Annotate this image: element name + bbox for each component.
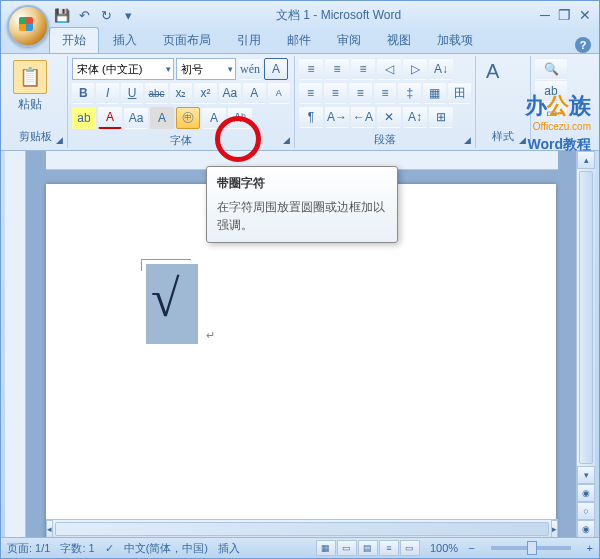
tab-review[interactable]: 审阅	[325, 28, 373, 53]
vertical-scrollbar[interactable]: ▴ ▾ ◉ ○ ◉	[576, 151, 595, 538]
paste-button[interactable]: 📋 粘贴	[7, 58, 53, 115]
status-language[interactable]: 中文(简体，中国)	[124, 541, 208, 556]
highlight-button[interactable]: ab	[72, 107, 96, 129]
tooltip-enclosed-char: 带圈字符 在字符周围放置圆圈或边框加以强调。	[206, 166, 398, 243]
status-proof[interactable]: ✓	[105, 542, 114, 555]
asian-layout-button[interactable]: ✕	[377, 106, 401, 128]
phonetic-guide-button[interactable]: wén	[238, 58, 262, 80]
shrink-font-button[interactable]: A	[268, 82, 290, 104]
close-button[interactable]: ✕	[579, 7, 591, 23]
vscroll-thumb[interactable]	[579, 171, 593, 464]
show-marks-button[interactable]: ¶	[299, 106, 323, 128]
zoom-in-button[interactable]: +	[587, 542, 593, 554]
view-outline[interactable]: ≡	[379, 540, 399, 556]
prev-page-button[interactable]: ◉	[577, 484, 595, 502]
watermark: 办公族 Officezu.com Word教程	[525, 91, 591, 154]
group-paragraph-label: 段落	[299, 130, 471, 149]
document-content-checkmark: √	[151, 269, 180, 328]
font-launcher[interactable]: ◢	[280, 134, 292, 146]
indent-button[interactable]: ▷	[403, 58, 427, 80]
tab-view[interactable]: 视图	[375, 28, 423, 53]
align-left-button[interactable]: ≡	[299, 82, 322, 104]
paste-label: 粘贴	[18, 96, 42, 113]
dedent-button[interactable]: ◁	[377, 58, 401, 80]
superscript-button[interactable]: x²	[194, 82, 216, 104]
sort-button[interactable]: A↓	[429, 58, 453, 80]
group-font-label: 字体	[72, 131, 290, 150]
find-button[interactable]: 🔍	[535, 58, 567, 80]
combine-chars-button[interactable]: A↕	[403, 106, 427, 128]
hscroll-thumb[interactable]	[55, 522, 549, 536]
underline-button[interactable]: U	[121, 82, 143, 104]
font-color-button[interactable]: A	[98, 106, 122, 129]
align-right-button[interactable]: ≡	[349, 82, 372, 104]
minimize-button[interactable]: ─	[540, 7, 550, 23]
tab-mailings[interactable]: 邮件	[275, 28, 323, 53]
bullets-button[interactable]: ≡	[299, 58, 323, 80]
char-border-button[interactable]: A	[264, 58, 288, 80]
maximize-button[interactable]: ❐	[558, 7, 571, 23]
qat-save[interactable]: 💾	[53, 6, 71, 24]
paragraph-mark: ↵	[206, 329, 215, 342]
status-insert-mode[interactable]: 插入	[218, 541, 240, 556]
snap-button[interactable]: ⊞	[429, 106, 453, 128]
zoom-slider[interactable]	[491, 546, 571, 550]
scroll-left-button[interactable]: ◂	[46, 520, 53, 538]
tooltip-title: 带圈字符	[217, 175, 387, 192]
font-size-combo[interactable]: 初号	[176, 58, 236, 80]
view-print-layout[interactable]: ▦	[316, 540, 336, 556]
char-shading-button[interactable]: A	[150, 107, 174, 129]
view-draft[interactable]: ▭	[400, 540, 420, 556]
next-page-button[interactable]: ◉	[577, 520, 595, 538]
cursor-indicator	[141, 259, 191, 261]
styles-button[interactable]: A	[480, 58, 505, 85]
grow-font-button[interactable]: A	[243, 82, 265, 104]
numbering-button[interactable]: ≡	[325, 58, 349, 80]
status-page[interactable]: 页面: 1/1	[7, 541, 50, 556]
paragraph-launcher[interactable]: ◢	[461, 134, 473, 146]
font-family-combo[interactable]: 宋体 (中文正)	[72, 58, 174, 80]
status-words[interactable]: 字数: 1	[60, 541, 94, 556]
align-center-button[interactable]: ≡	[324, 82, 347, 104]
browse-object-button[interactable]: ○	[577, 502, 595, 520]
change-case-button[interactable]: Aa	[219, 82, 241, 104]
font-effects-button[interactable]: Aᵇ	[228, 107, 252, 129]
styles-icon: A	[486, 60, 499, 83]
tab-home[interactable]: 开始	[49, 27, 99, 53]
vertical-ruler[interactable]	[5, 151, 26, 538]
clipboard-launcher[interactable]: ◢	[53, 134, 65, 146]
strike-button[interactable]: abc	[145, 82, 167, 104]
help-button[interactable]: ?	[575, 37, 591, 53]
line-spacing-button[interactable]: ‡	[398, 82, 421, 104]
window-title: 文档 1 - Microsoft Word	[137, 7, 540, 24]
tooltip-body: 在字符周围放置圆圈或边框加以强调。	[217, 198, 387, 234]
subscript-button[interactable]: x₂	[170, 82, 192, 104]
bold-button[interactable]: B	[72, 82, 94, 104]
qat-more[interactable]: ▾	[119, 6, 137, 24]
char-scale-button[interactable]: Aa	[124, 107, 148, 129]
qat-undo[interactable]: ↶	[75, 6, 93, 24]
ltr-button[interactable]: A→	[325, 106, 349, 128]
borders-button[interactable]: 田	[448, 82, 471, 104]
clear-format-button[interactable]: A	[202, 107, 226, 129]
scroll-down-button[interactable]: ▾	[577, 466, 595, 484]
tab-layout[interactable]: 页面布局	[151, 28, 223, 53]
paste-icon: 📋	[13, 60, 47, 94]
shading-button[interactable]: ▦	[423, 82, 446, 104]
scroll-right-button[interactable]: ▸	[551, 520, 558, 538]
justify-button[interactable]: ≡	[374, 82, 397, 104]
view-web[interactable]: ▤	[358, 540, 378, 556]
zoom-level[interactable]: 100%	[430, 542, 458, 554]
rtl-button[interactable]: ←A	[351, 106, 375, 128]
italic-button[interactable]: I	[96, 82, 118, 104]
view-full-reading[interactable]: ▭	[337, 540, 357, 556]
enclosed-char-button[interactable]: ㊥	[176, 107, 200, 129]
qat-redo[interactable]: ↻	[97, 6, 115, 24]
tab-insert[interactable]: 插入	[101, 28, 149, 53]
tab-addins[interactable]: 加载项	[425, 28, 485, 53]
multilevel-button[interactable]: ≡	[351, 58, 375, 80]
zoom-out-button[interactable]: −	[468, 542, 474, 554]
office-button[interactable]	[7, 5, 49, 47]
tab-references[interactable]: 引用	[225, 28, 273, 53]
horizontal-scrollbar[interactable]: ◂ ▸	[46, 519, 558, 538]
